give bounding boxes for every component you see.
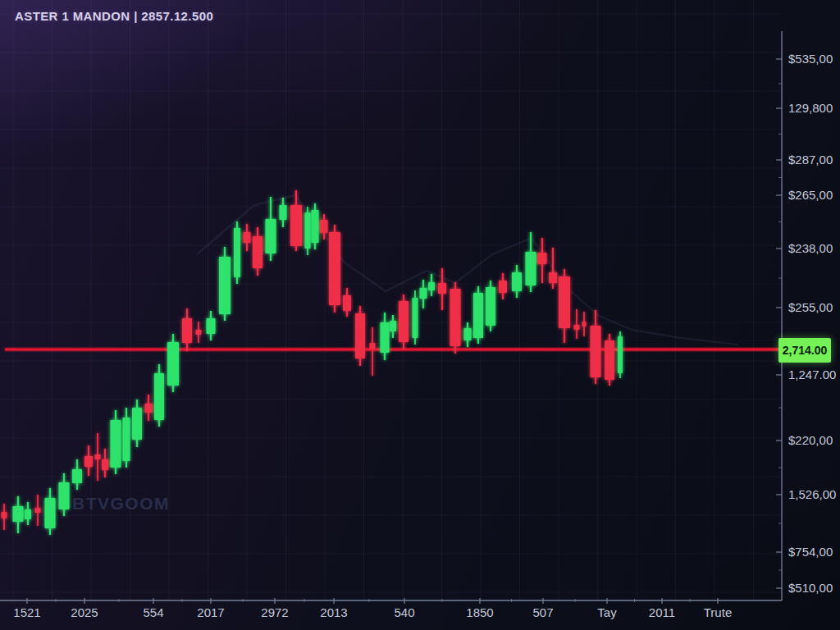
candle-body	[618, 336, 623, 373]
candle-body	[95, 454, 101, 459]
candle-up	[72, 459, 82, 490]
candle-down	[538, 238, 547, 283]
y-axis-tick-label: 1,526,00	[788, 487, 836, 501]
y-axis-tick-label: $220,00	[788, 433, 833, 447]
candle-body	[413, 298, 418, 338]
candle-body	[145, 404, 153, 413]
candle-up	[381, 313, 390, 360]
candle-body	[321, 220, 328, 233]
candle-down	[438, 268, 446, 310]
candle-body	[253, 236, 262, 268]
candle-body	[450, 289, 461, 346]
trading-chart-window: $535,00129,800$287,00$265,00$238,00$255,…	[0, 0, 840, 630]
candle-body	[35, 508, 41, 513]
y-axis-tick-label: $255,00	[788, 300, 833, 314]
candle-body	[428, 282, 435, 290]
candle-body	[72, 469, 82, 483]
y-axis-tick-label: 129,800	[788, 101, 833, 115]
x-axis-tick-label: 2017	[197, 605, 224, 619]
candle-up	[123, 408, 130, 468]
candle-up	[45, 488, 56, 535]
candle-down	[182, 308, 192, 351]
candle-up	[618, 331, 623, 378]
candle-body	[464, 328, 472, 340]
candle-body	[343, 295, 351, 311]
candlestick-chart-canvas[interactable]: $535,00129,800$287,00$265,00$238,00$255,…	[0, 0, 840, 630]
x-axis-tick-label: Tay	[597, 605, 617, 619]
candle-body	[390, 321, 396, 331]
candle-body	[2, 512, 7, 518]
candle-body	[574, 325, 580, 330]
candle-down	[95, 433, 101, 481]
candle-down	[35, 495, 41, 526]
candles	[2, 190, 623, 535]
candle-body	[45, 498, 56, 528]
x-axis-tick-label: Trute	[704, 605, 732, 619]
candle-body	[207, 318, 216, 334]
candle-down	[329, 225, 340, 313]
candle-down	[2, 504, 7, 530]
candle-body	[559, 276, 570, 328]
candle-body	[420, 288, 427, 299]
y-axis-tick-label: $510,00	[788, 581, 833, 595]
candle-down	[582, 312, 587, 336]
candle-down	[145, 395, 153, 421]
candle-up	[219, 247, 231, 321]
y-axis-tick-label: $754,00	[788, 545, 833, 559]
y-axis-tick-label: $265,00	[788, 188, 833, 202]
candle-body	[219, 257, 231, 314]
candle-body	[591, 326, 601, 377]
candle-up	[154, 364, 164, 427]
x-axis-tick-label: 2013	[320, 605, 347, 619]
candle-down	[574, 309, 580, 339]
candle-up	[512, 265, 522, 298]
candle-down	[450, 282, 461, 354]
candle-body	[499, 281, 507, 293]
x-axis-tick-label: 554	[143, 605, 163, 619]
candle-up	[111, 410, 121, 474]
candle-body	[182, 318, 192, 343]
candle-body	[355, 313, 365, 358]
candle-body	[438, 283, 446, 294]
x-axis-tick-label: 2972	[261, 605, 288, 619]
candle-up	[312, 203, 319, 249]
candle-down	[370, 327, 376, 376]
candle-body	[399, 301, 409, 342]
candle-body	[111, 420, 121, 468]
candle-up	[428, 274, 435, 296]
candle-body	[329, 232, 340, 305]
candle-down	[321, 214, 328, 240]
y-axis-tick-label: $287,00	[788, 153, 833, 167]
candle-down	[290, 190, 302, 251]
price-line-layer	[5, 349, 782, 351]
candle-down	[499, 273, 507, 299]
x-axis-tick-label: 2011	[649, 605, 675, 619]
candle-down	[355, 306, 365, 366]
x-axis-tick-label: 507	[532, 605, 553, 619]
candle-down	[549, 248, 557, 289]
axes: $535,00129,800$287,00$265,00$238,00$255,…	[0, 31, 836, 619]
candle-body	[25, 509, 31, 519]
candle-up	[305, 207, 311, 255]
candle-body	[154, 373, 164, 420]
candle-body	[59, 482, 70, 509]
candle-up	[473, 286, 483, 344]
candle-body	[196, 330, 202, 335]
x-axis-tick-label: 1850	[466, 605, 493, 619]
candle-body	[582, 322, 587, 326]
candle-body	[84, 456, 93, 467]
candle-body	[538, 253, 547, 264]
y-axis-tick-label: $238,00	[788, 241, 833, 255]
candle-down	[102, 449, 108, 477]
candle-body	[132, 408, 142, 440]
candle-body	[13, 506, 24, 522]
candle-body	[512, 272, 522, 291]
candle-up	[25, 502, 31, 525]
y-axis-tick-label: $535,00	[788, 52, 833, 66]
chart-symbol-title: ASTER 1 MANDON | 2857.12.500	[15, 9, 213, 23]
candle-up	[390, 315, 396, 338]
candle-up	[13, 496, 24, 533]
candle-down	[196, 322, 202, 343]
last-price-tag: 2,714.00	[778, 338, 831, 363]
candle-up	[486, 281, 495, 331]
